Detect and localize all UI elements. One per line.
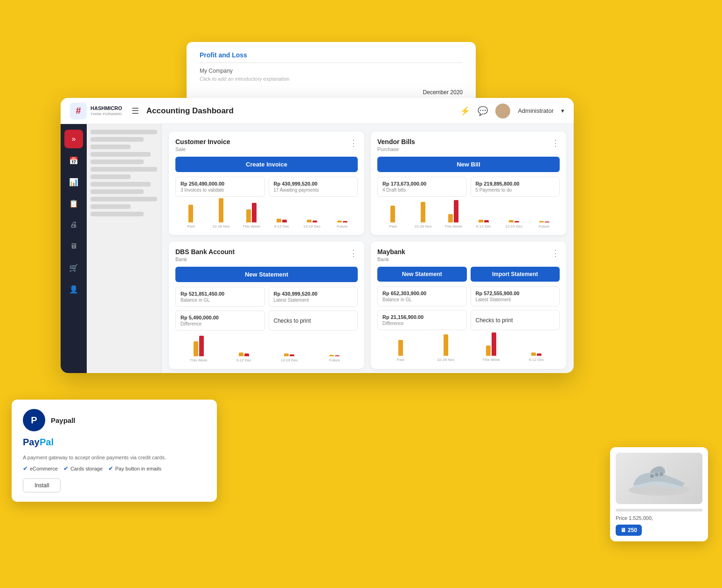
bar-label: This Week bbox=[243, 224, 260, 228]
customer-invoice-menu[interactable]: ⋮ bbox=[349, 138, 358, 148]
paypal-feature-cards: ✔ Cards storage bbox=[63, 465, 103, 472]
bar-group: Future bbox=[328, 221, 356, 228]
svg-point-6 bbox=[655, 473, 659, 477]
shoe-badge-count: 250 bbox=[628, 527, 637, 533]
bar-orange bbox=[219, 198, 223, 222]
maybank-import-statement-button[interactable]: Import Statement bbox=[471, 267, 560, 282]
paypal-header: P Paypall bbox=[23, 409, 206, 431]
stat-maybank-diff-amount: Rp 21,156,900.00 bbox=[382, 314, 462, 320]
create-invoice-button[interactable]: Create Invoice bbox=[175, 157, 358, 172]
stat-dbs-checks: Checks to print bbox=[269, 311, 358, 331]
bar-red bbox=[454, 200, 458, 222]
stat-awaiting-label: 17 Awaiting payments bbox=[274, 187, 353, 193]
chat-icon[interactable]: 💬 bbox=[478, 106, 488, 116]
dbs-bank-menu[interactable]: ⋮ bbox=[349, 248, 358, 258]
dbs-bank-subtitle: Bank bbox=[175, 256, 235, 262]
stat-awaiting-payments: Rp 430,999,520.00 17 Awaiting payments bbox=[269, 177, 358, 197]
nav-item-5 bbox=[90, 159, 144, 164]
bar-red bbox=[244, 353, 249, 356]
sidebar-item-analytics[interactable]: 📊 bbox=[64, 173, 83, 191]
bar-group: 6-12 Dec bbox=[515, 353, 558, 362]
maybank-header: Maybank Bank ⋮ bbox=[377, 248, 560, 262]
bar-label: 22-28 Nov bbox=[213, 224, 230, 228]
bar-red bbox=[335, 355, 340, 356]
stat-dbs-diff-label: Difference bbox=[180, 321, 260, 326]
paypal-svg-logo: Pay Pal bbox=[23, 435, 69, 448]
bar-red bbox=[545, 221, 549, 222]
bar-label: 6-12 Dec bbox=[476, 224, 491, 228]
svg-point-0 bbox=[500, 106, 506, 112]
dbs-bank-chart: This Week6-12 Dec13-19 DecFuture bbox=[175, 334, 358, 362]
install-button[interactable]: Install bbox=[23, 478, 61, 492]
bar-group: Future bbox=[313, 355, 356, 362]
stat-dbs-balance-label: Balance in GL bbox=[180, 297, 260, 303]
shoe-card: Price 1.525.000, 🖥 250 bbox=[610, 447, 708, 541]
dbs-bank-card: DBS Bank Account Bank ⋮ New Statement Rp… bbox=[169, 242, 364, 369]
vendor-bills-menu[interactable]: ⋮ bbox=[551, 138, 560, 148]
stat-payments-do-amount: Rp 219,895,800.00 bbox=[476, 181, 555, 187]
menu-icon[interactable]: ☰ bbox=[132, 106, 139, 116]
bar-label: Past bbox=[397, 358, 404, 362]
dbs-new-statement-button[interactable]: New Statement bbox=[175, 267, 358, 282]
bar-orange bbox=[509, 220, 514, 222]
bar-orange bbox=[479, 220, 483, 222]
bar-label: Future bbox=[337, 224, 347, 228]
bar-orange bbox=[444, 334, 448, 356]
shoe-price-bar bbox=[616, 509, 702, 512]
bar-label: This Week bbox=[444, 224, 462, 228]
new-bill-button[interactable]: New Bill bbox=[377, 157, 560, 172]
bar-group: Past bbox=[379, 340, 422, 362]
vendor-bills-title-group: Vendor Bills Purchase bbox=[377, 138, 415, 152]
stat-dbs-checks-label: Checks to print bbox=[274, 316, 353, 324]
bar-orange bbox=[307, 220, 312, 222]
logo-icon: # bbox=[70, 103, 87, 119]
maybank-chart: Past22-28 NovThis Week6-12 Dec bbox=[377, 334, 560, 362]
bar-group: 22-28 Nov bbox=[424, 334, 467, 362]
sidebar-item-cart[interactable]: 🛒 bbox=[64, 258, 83, 277]
paypal-feature-paybtn: ✔ Pay button in emails bbox=[108, 465, 161, 472]
sidebar-item-list[interactable]: 📋 bbox=[64, 194, 83, 213]
sidebar-item-monitor[interactable]: 🖥 bbox=[64, 237, 83, 256]
user-name[interactable]: Administrator bbox=[518, 107, 554, 114]
bar-orange bbox=[246, 209, 251, 222]
stat-dbs-balance: Rp 521,851,450.00 Balance in GL bbox=[175, 287, 265, 307]
maybank-new-statement-button[interactable]: New Statement bbox=[377, 267, 467, 282]
shoe-price: Price 1.525.000, bbox=[616, 515, 702, 521]
bar-label: Future bbox=[329, 358, 340, 362]
bar-orange bbox=[239, 353, 243, 356]
paypal-desc: A payment gateway to accept online payme… bbox=[23, 455, 206, 460]
bar-label: Future bbox=[539, 224, 549, 228]
bar-label: 13-19 Dec bbox=[505, 224, 522, 228]
avatar[interactable] bbox=[495, 104, 510, 118]
nav-item-8 bbox=[90, 182, 151, 187]
maybank-btn-row: New Statement Import Statement bbox=[377, 267, 560, 282]
sidebar-item-calendar[interactable]: 📅 bbox=[64, 151, 83, 170]
maybank-menu[interactable]: ⋮ bbox=[551, 248, 560, 258]
stat-draft-bills-label: 4 Draft bills bbox=[382, 187, 462, 193]
pl-subtitle: Click to add an introductory explanation bbox=[200, 76, 463, 82]
bar-orange bbox=[531, 353, 536, 356]
bar-orange bbox=[448, 214, 453, 222]
bar-orange bbox=[337, 221, 342, 222]
vendor-bills-stats: Rp 173,673,000.00 4 Draft bills Rp 219,8… bbox=[377, 177, 560, 197]
nav-item-3 bbox=[90, 145, 131, 149]
sidebar-item-fast[interactable]: » bbox=[64, 130, 83, 148]
topbar: # HASHMICRO THINK FORWARD ☰ Accounting D… bbox=[61, 98, 574, 124]
maybank-stats-bottom: Rp 21,156,900.00 Difference Checks to pr… bbox=[377, 310, 560, 330]
stat-dbs-latest-amount: Rp 430,999,520.00 bbox=[274, 291, 353, 297]
bar-red bbox=[492, 332, 496, 356]
nav-item-9 bbox=[90, 189, 144, 194]
vendor-bills-header: Vendor Bills Purchase ⋮ bbox=[377, 138, 560, 152]
bar-group: This Week bbox=[177, 336, 220, 362]
user-arrow[interactable]: ▾ bbox=[561, 107, 564, 114]
bar-orange bbox=[486, 346, 491, 356]
sidebar-item-print[interactable]: 🖨 bbox=[64, 215, 83, 234]
stat-dbs-diff: Rp 5,490,000.00 Difference bbox=[175, 311, 265, 331]
lightning-icon[interactable]: ⚡ bbox=[460, 106, 470, 116]
bar-orange bbox=[421, 202, 425, 222]
logo-text-group: HASHMICRO THINK FORWARD bbox=[90, 105, 122, 116]
pl-title: Profit and Loss bbox=[200, 51, 463, 63]
nav-panel bbox=[87, 124, 161, 373]
app-window: # HASHMICRO THINK FORWARD ☰ Accounting D… bbox=[61, 98, 574, 373]
sidebar-item-user[interactable]: 👤 bbox=[64, 280, 83, 298]
